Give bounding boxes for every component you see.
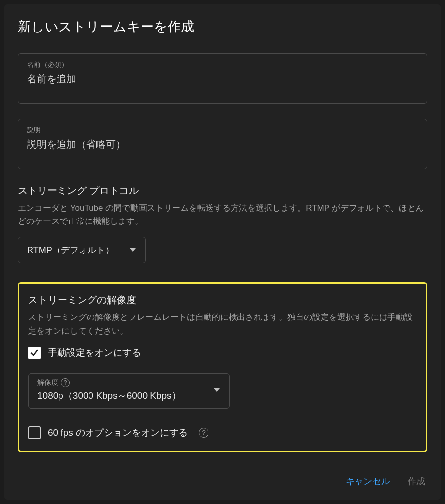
name-field-input[interactable]: 名前を追加 (27, 72, 418, 86)
manual-settings-checkbox[interactable] (28, 346, 41, 359)
help-icon[interactable]: ? (61, 378, 70, 387)
description-field-input[interactable]: 説明を追加（省略可） (27, 138, 418, 151)
resolution-section: ストリーミングの解像度 ストリーミングの解像度とフレームレートは自動的に検出され… (18, 282, 427, 452)
resolution-dropdown-label: 解像度 (37, 378, 58, 387)
resolution-dropdown[interactable]: 解像度 ? 1080p（3000 Kbps～6000 Kbps） (28, 373, 230, 409)
resolution-section-description: ストリーミングの解像度とフレームレートは自動的に検出されます。独自の設定を選択す… (28, 311, 417, 337)
fps-checkbox-label: 60 fps のオプションをオンにする (48, 426, 188, 439)
dialog-footer: キャンセル 作成 (18, 461, 427, 490)
protocol-section-description: エンコーダと YouTube の間で動画ストリームを転送する方法を選択します。R… (18, 201, 427, 228)
description-field[interactable]: 説明 説明を追加（省略可） (18, 119, 427, 169)
create-button[interactable]: 作成 (406, 472, 427, 490)
chevron-down-icon (129, 246, 136, 254)
cancel-button[interactable]: キャンセル (344, 472, 392, 490)
manual-settings-row: 手動設定をオンにする (28, 346, 417, 359)
fps-option-row: 60 fps のオプションをオンにする ? (28, 426, 417, 439)
check-icon (30, 348, 39, 358)
protocol-dropdown[interactable]: RTMP（デフォルト） (18, 237, 146, 263)
manual-settings-label: 手動設定をオンにする (48, 346, 141, 359)
fps-checkbox[interactable] (28, 426, 41, 439)
description-field-label: 説明 (27, 126, 418, 135)
resolution-section-title: ストリーミングの解像度 (28, 293, 417, 307)
protocol-section: ストリーミング プロトコル エンコーダと YouTube の間で動画ストリームを… (18, 184, 427, 263)
chevron-down-icon (213, 386, 220, 395)
resolution-dropdown-value: 1080p（3000 Kbps～6000 Kbps） (37, 389, 213, 402)
dialog-title: 新しいストリームキーを作成 (18, 18, 427, 35)
create-stream-key-dialog: 新しいストリームキーを作成 名前（必須） 名前を追加 説明 説明を追加（省略可）… (4, 4, 441, 500)
help-icon[interactable]: ? (199, 428, 208, 438)
name-field-label: 名前（必須） (27, 61, 418, 69)
name-field[interactable]: 名前（必須） 名前を追加 (18, 53, 427, 104)
protocol-dropdown-value: RTMP（デフォルト） (27, 244, 114, 256)
protocol-section-title: ストリーミング プロトコル (18, 184, 427, 197)
